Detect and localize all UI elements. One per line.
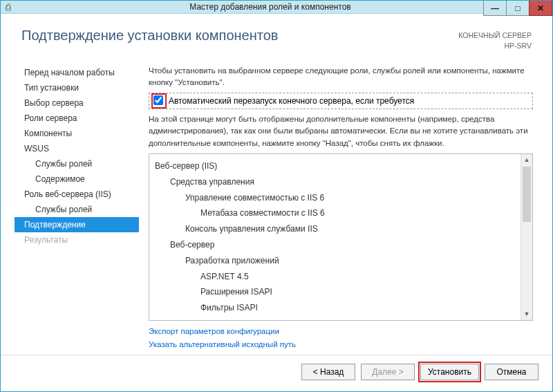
tree-item: Метабаза совместимости с IIS 6 <box>155 205 527 221</box>
tree-item: Веб-сервер <box>155 237 527 253</box>
server-info: КОНЕЧНЫЙ СЕРВЕР HP-SRV <box>458 30 532 50</box>
sidebar: Перед началом работы Тип установки Выбор… <box>15 59 139 355</box>
sidebar-item-iis-role[interactable]: Роль веб-сервера (IIS) <box>15 187 139 202</box>
sidebar-item-wsus-content[interactable]: Содержимое <box>15 171 139 187</box>
sidebar-item-iis-role-services[interactable]: Службы ролей <box>15 202 139 217</box>
maximize-button[interactable]: □ <box>506 1 529 16</box>
content-pane: Чтобы установить на выбранном сервере сл… <box>139 59 538 355</box>
page-title: Подтверждение установки компонентов <box>21 28 278 44</box>
export-config-link[interactable]: Экспорт параметров конфигурации <box>149 325 533 339</box>
sidebar-item-features[interactable]: Компоненты <box>15 126 139 141</box>
sidebar-item-server-roles[interactable]: Роли сервера <box>15 111 139 126</box>
sidebar-item-results: Результаты <box>15 232 139 248</box>
tree-item: Управление совместимостью с IIS 6 <box>155 190 527 206</box>
alt-source-path-link[interactable]: Указать альтернативный исходный путь <box>149 338 533 352</box>
back-button[interactable]: < Назад <box>301 364 355 380</box>
window-title: Мастер добавления ролей и компонентов <box>16 2 552 12</box>
server-role-label: КОНЕЧНЫЙ СЕРВЕР <box>458 30 532 41</box>
restart-checkbox-highlight <box>153 95 165 106</box>
footer: < Назад Далее > Установить Отмена <box>1 355 552 391</box>
close-button[interactable]: ✕ <box>529 1 552 16</box>
tree-item: Фильтры ISAPI <box>155 300 527 316</box>
sidebar-item-wsus[interactable]: WSUS <box>15 141 139 156</box>
minimize-button[interactable]: — <box>483 1 507 16</box>
page-header: Подтверждение установки компонентов КОНЕ… <box>1 14 552 56</box>
server-name: HP-SRV <box>458 41 532 51</box>
wizard-window: ⎙ Мастер добавления ролей и компонентов … <box>0 0 553 392</box>
cancel-button[interactable]: Отмена <box>485 364 538 380</box>
tree-item: Консоль управления службами IIS <box>155 221 527 237</box>
sidebar-item-confirmation[interactable]: Подтверждение <box>15 217 139 232</box>
links: Экспорт параметров конфигурации Указать … <box>149 321 533 355</box>
tree-item: Веб-сервер (IIS) <box>155 158 527 174</box>
tree-item: ASP.NET 4.5 <box>155 269 527 285</box>
tree-item: Расширения ISAPI <box>155 284 527 300</box>
restart-option-row: Автоматический перезапуск конечного серв… <box>149 93 533 109</box>
tree-item: Разработка приложений <box>155 253 527 269</box>
intro-text: Чтобы установить на выбранном сервере сл… <box>149 65 533 89</box>
window-controls: — □ ✕ <box>484 1 552 16</box>
body: Перед началом работы Тип установки Выбор… <box>1 57 552 355</box>
tree-scrollbar[interactable]: ▲ ▼ <box>521 154 532 320</box>
note-text: На этой странице могут быть отображены д… <box>149 113 533 149</box>
restart-label: Автоматический перезапуск конечного серв… <box>169 96 414 106</box>
sidebar-item-server-selection[interactable]: Выбор сервера <box>15 95 139 111</box>
sidebar-item-wsus-role-services[interactable]: Службы ролей <box>15 156 139 171</box>
scroll-thumb[interactable] <box>523 167 531 222</box>
app-icon: ⎙ <box>1 2 16 12</box>
scroll-up-icon[interactable]: ▲ <box>521 154 532 166</box>
tree-item: Средства управления <box>155 174 527 190</box>
client-area: Подтверждение установки компонентов КОНЕ… <box>1 14 552 391</box>
restart-checkbox[interactable] <box>153 95 163 105</box>
component-tree[interactable]: Веб-сервер (IIS) Средства управления Упр… <box>149 153 533 321</box>
install-button[interactable]: Установить <box>420 364 479 380</box>
titlebar[interactable]: ⎙ Мастер добавления ролей и компонентов … <box>1 1 552 14</box>
sidebar-item-install-type[interactable]: Тип установки <box>15 80 139 95</box>
next-button: Далее > <box>361 364 415 380</box>
sidebar-item-before-begin[interactable]: Перед началом работы <box>15 65 139 80</box>
scroll-down-icon[interactable]: ▼ <box>521 308 532 320</box>
